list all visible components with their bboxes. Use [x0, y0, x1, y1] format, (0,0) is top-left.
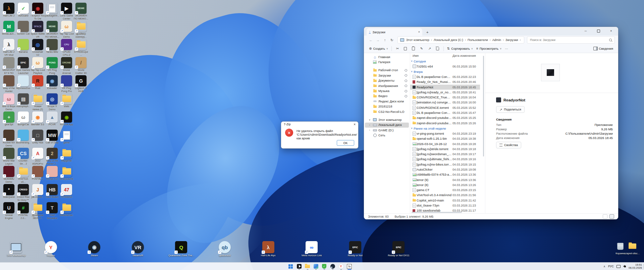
- volume-icon[interactable]: [623, 265, 626, 268]
- desktop-icon[interactable]: M↗MixtaLaun...: [2, 21, 16, 36]
- view-button[interactable]: ≡ Просмотреть ∨: [475, 47, 503, 50]
- desktop-icon[interactable]: ↗game: [59, 130, 74, 144]
- desktop-icon[interactable]: HB↗Hard Bullet: [45, 184, 59, 199]
- rename-button[interactable]: ✎: [418, 47, 426, 50]
- desktop-icon[interactable]: T↗Thief Simulator VR: [45, 202, 59, 220]
- file-row[interactable]: Copilot_win10-main03.03.2026 21:42: [410, 198, 480, 203]
- sidebar-item-Рабочий стол[interactable]: Рабочий стол: [365, 68, 409, 73]
- up-button[interactable]: ↑: [381, 38, 388, 42]
- desktop-icon[interactable]: zapret-disc...: [625, 241, 640, 255]
- file-row[interactable]: ViVeTool-v0.3.4-IntelAmd03.03.2026 21:56: [410, 193, 480, 198]
- desktop-icon[interactable]: ↗SEANMU Demo: [2, 166, 16, 183]
- close-button[interactable]: ×: [605, 27, 618, 35]
- minimize-button[interactable]: ─: [579, 27, 592, 35]
- file-row[interactable]: CONVRGENCE_TrueGear-main05.03.2026 16:04: [410, 95, 480, 100]
- file-row[interactable]: CONVRGENCE.torrent05.03.2026 15:52: [410, 105, 480, 110]
- desktop-icon[interactable]: CS↗Counter-Str... 2: [16, 148, 31, 165]
- more-button[interactable]: ···: [503, 47, 509, 50]
- file-row[interactable]: vr-ping-pong.torrent04.03.2026 23:19: [410, 131, 480, 136]
- clock[interactable]: 15:51 06.03.2026: [629, 263, 642, 270]
- file-row[interactable]: 7z2501-x6406.03.2026 15:50: [410, 64, 480, 69]
- desktop-icon[interactable]: SPACE↗Space Battle VR: [31, 21, 45, 38]
- back-button[interactable]: ←: [367, 38, 374, 42]
- sidebar-item-Этот компьютер[interactable]: ∨Этот компьютер: [365, 117, 409, 122]
- desktop-icon[interactable]: ◉↗Steam: [79, 241, 110, 257]
- file-row[interactable]: tenor (8)04.03.2026 13:26: [410, 182, 480, 187]
- cut-button[interactable]: ✂: [393, 47, 401, 50]
- file-row[interactable]: DL В разработке ConVRgence P RUS + E...0…: [410, 74, 480, 79]
- share-file-button[interactable]: ↗ Поделиться: [496, 106, 525, 113]
- desktop-icon[interactable]: #↗POSTAL 2.0...: [16, 202, 31, 220]
- desktop-icon[interactable]: ◉↗Blender 3.0: [31, 111, 45, 126]
- desktop-icon[interactable]: ↗драйвер сканеру...: [74, 21, 88, 38]
- vertical-scrollbar[interactable]: [483, 56, 484, 156]
- file-row[interactable]: DL В разработке ConVRgence P RUS + E...0…: [410, 110, 480, 115]
- desktop-icon[interactable]: MEME↗ЭКЗАМЕН ПО МЕМА...: [45, 21, 59, 38]
- tab-downloads[interactable]: ↓ Загрузки ×: [367, 28, 422, 36]
- sidebar-item-Документы[interactable]: Документы: [365, 78, 409, 83]
- breadcrumb-segment[interactable]: Этот компьютер: [406, 38, 429, 42]
- column-date-modified[interactable]: Дата изменения: [452, 54, 476, 57]
- desktop-icon[interactable]: 2↗Way of the Hunter 2...: [45, 148, 59, 165]
- file-row[interactable]: [gofrag.ru]swordsman_vr.torrent04.03.202…: [410, 151, 480, 156]
- file-row[interactable]: AutoClicker04.03.2026 19:08: [410, 167, 480, 172]
- desktop-icon[interactable]: ω↗Tap Tap Loot Demo: [59, 21, 74, 38]
- desktop-icon[interactable]: ↗stats: [59, 93, 74, 108]
- desktop-icon[interactable]: ↗MyVoiceZoo: [16, 75, 31, 90]
- desktop-icon[interactable]: ↗packageinf...: [45, 3, 59, 17]
- desktop-icon[interactable]: ↗Boomerang...: [16, 130, 31, 147]
- taskbar-adguard[interactable]: ✓: [321, 263, 328, 270]
- sidebar-item-Галерея[interactable]: Галерея: [365, 59, 409, 64]
- sidebar-item-20181218[interactable]: 20181218: [365, 104, 409, 109]
- desktop-icon[interactable]: ω↗BongoCat: [16, 111, 31, 126]
- breadcrumb-segment[interactable]: Локальный диск (C:): [434, 38, 463, 42]
- breadcrumb-segment[interactable]: Admin: [492, 38, 501, 42]
- sidebar-item-Музыка[interactable]: Музыка: [365, 88, 409, 93]
- desktop-icon[interactable]: ◎↗Crosshair V2: [31, 39, 45, 56]
- desktop-icon[interactable]: U↗Unreal Engine: [2, 202, 16, 220]
- desktop-icon[interactable]: ▲↗PCVR: [45, 111, 59, 126]
- file-row[interactable]: [gofrag.ru]ultimate_fishing_simulator_vr…: [410, 157, 480, 162]
- hidden-icons-chevron[interactable]: ∧: [603, 265, 605, 268]
- sidebar-item-GAME (D:)[interactable]: ›GAME (D:): [365, 128, 409, 133]
- desktop-icon[interactable]: ↗Rocket NX Demo: [2, 130, 16, 147]
- desktop-icon[interactable]: ↗Бонус 4.0: [45, 166, 59, 181]
- taskbar-steam[interactable]: [329, 263, 336, 270]
- desktop-icon[interactable]: ↗Tanks Blitz: [45, 39, 59, 54]
- desktop-icon[interactable]: ↗POSTAL 2: [31, 166, 45, 181]
- sidebar-item-Локальный диск[interactable]: ›Локальный диск: [365, 123, 409, 128]
- desktop-icon[interactable]: ✓↗AdGuard: [16, 3, 31, 17]
- desktop-icon[interactable]: λ↗Half-Life 2: [2, 3, 16, 17]
- search-box[interactable]: Поиск в: Загрузки: [527, 36, 615, 44]
- desktop-icon[interactable]: Y↗Яндекс: [36, 241, 66, 257]
- details-pane-toggle[interactable]: Сведения: [592, 47, 615, 50]
- desktop-icon[interactable]: *↗SideQuest: [2, 184, 16, 199]
- file-row[interactable]: Ready_Or_Not._Russian_sound_mod05.03.202…: [410, 80, 480, 85]
- desktop-icon[interactable]: EPIC↗Ready or Not DX11: [383, 241, 414, 257]
- dialog-title-bar[interactable]: 7-Zip ×: [281, 122, 358, 127]
- ok-button[interactable]: OK: [337, 140, 354, 146]
- file-row[interactable]: [winstation.ru] convrgence.torrent05.03.…: [410, 100, 480, 105]
- desktop-icon[interactable]: CPU↗CPUID CPU-Z: [59, 39, 74, 56]
- desktop-icon[interactable]: Q↗Quarantine Zone The...: [166, 241, 197, 257]
- desktop-icon[interactable]: DRONE↗Drone Arsenal: [59, 57, 74, 75]
- network-icon[interactable]: [616, 265, 621, 268]
- desktop-icon[interactable]: ↗VR Ping Pong Pro: [59, 75, 74, 93]
- file-row[interactable]: 2026-03-04_19-28-1204.03.2026 19:28: [410, 141, 480, 146]
- file-row[interactable]: zapret-discord-youtube-1.9.7b05.03.2026 …: [410, 121, 480, 126]
- desktop-icon[interactable]: qb↗qBittorrent: [209, 241, 240, 257]
- desktop-icon[interactable]: ↗httpgenie: [59, 148, 74, 163]
- desktop-icon[interactable]: ω↗Bits & Bops Demo: [2, 93, 16, 111]
- taskbar-7zip-active[interactable]: 7z: [346, 263, 353, 270]
- desktop-icon[interactable]: □↗Unity Hub: [31, 130, 45, 144]
- file-row[interactable]: [gofrag.ru]stride.torrent04.03.2026 19:1…: [410, 146, 480, 151]
- desktop-icon[interactable]: ↗STRIDEUpd...: [74, 39, 88, 56]
- desktop-icon[interactable]: MW↗Call of Duty ...: [45, 130, 59, 147]
- paste-button[interactable]: [410, 47, 418, 50]
- delete-button[interactable]: [434, 47, 442, 50]
- file-row[interactable]: c6988a8b-0374-4753-aee3-cd8ab25b50cb...0…: [410, 172, 480, 177]
- sidebar-item-Сеть[interactable]: Сеть: [365, 133, 409, 138]
- desktop-icon[interactable]: VR↗SteamVR: [122, 241, 153, 257]
- horizontal-scrollbar[interactable]: [412, 212, 462, 213]
- desktop-icon[interactable]: /↗World Crafter 3D: [74, 57, 88, 75]
